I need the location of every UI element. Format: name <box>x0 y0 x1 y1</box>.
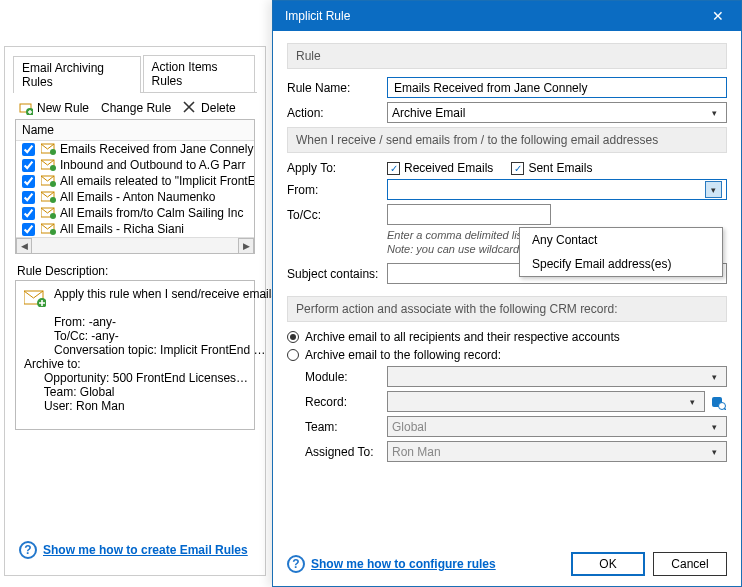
list-item[interactable]: All emails releated to "Implicit FrontEn… <box>16 173 254 189</box>
close-icon[interactable]: ✕ <box>703 8 733 24</box>
checkbox-sent[interactable]: ✓Sent Emails <box>511 161 592 175</box>
delete-button[interactable]: Delete <box>201 101 236 115</box>
description-label: Rule Description: <box>17 264 253 278</box>
section-perform: Perform action and associate with the fo… <box>287 296 727 322</box>
change-rule-button[interactable]: Change Rule <box>101 101 171 115</box>
svg-point-5 <box>50 165 56 171</box>
chevron-down-icon: ▾ <box>706 108 722 118</box>
label-assigned-to: Assigned To: <box>287 445 387 459</box>
rule-checkbox[interactable] <box>22 143 35 156</box>
new-rule-icon <box>19 101 33 115</box>
list-item[interactable]: Inbound and Outbound to A.G Parr <box>16 157 254 173</box>
envelope-icon <box>41 175 56 187</box>
check-icon: ✓ <box>387 162 400 175</box>
assigned-select[interactable]: Ron Man▾ <box>387 441 727 462</box>
module-select[interactable]: ▾ <box>387 366 727 387</box>
rule-name: All Emails from/to Calm Sailing Inc <box>60 206 243 220</box>
help-icon: ? <box>19 541 37 559</box>
label-subject: Subject contains: <box>287 267 387 281</box>
ok-button[interactable]: OK <box>571 552 645 576</box>
rule-checkbox[interactable] <box>22 175 35 188</box>
rule-name-input[interactable] <box>387 77 727 98</box>
rule-checkbox[interactable] <box>22 191 35 204</box>
section-when: When I receive / send emails from / to t… <box>287 127 727 153</box>
chevron-down-icon: ▾ <box>706 447 722 457</box>
radio-following-record[interactable]: Archive email to the following record: <box>287 348 727 362</box>
lookup-icon[interactable] <box>709 393 727 411</box>
radio-icon <box>287 349 299 361</box>
rules-list: Name Emails Received from Jane Connely I… <box>15 119 255 254</box>
scroll-right-icon[interactable]: ▶ <box>238 238 254 254</box>
from-select[interactable]: ▾ <box>387 179 727 200</box>
radio-all-recipients[interactable]: Archive email to all recipients and thei… <box>287 330 727 344</box>
dialog-titlebar[interactable]: Implicit Rule ✕ <box>273 1 741 31</box>
svg-point-3 <box>50 149 56 155</box>
label-rule-name: Rule Name: <box>287 81 387 95</box>
left-panel: Email Archiving Rules Action Items Rules… <box>4 46 266 576</box>
dropdown-item-specify-email[interactable]: Specify Email address(es) <box>520 252 722 276</box>
label-module: Module: <box>287 370 387 384</box>
help-link-configure[interactable]: Show me how to configure rules <box>311 557 496 571</box>
label-apply-to: Apply To: <box>287 161 387 175</box>
help-icon: ? <box>287 555 305 573</box>
desc-opp: Opportunity: 500 FrontEnd Licenses… <box>24 371 246 385</box>
column-header-name[interactable]: Name <box>16 120 254 141</box>
from-dropdown-popup: Any Contact Specify Email address(es) <box>519 227 723 277</box>
desc-tocc: To/Cc: -any- <box>24 329 246 343</box>
rule-checkbox[interactable] <box>22 223 35 236</box>
help-link[interactable]: Show me how to create Email Rules <box>43 543 248 557</box>
dialog-title: Implicit Rule <box>285 9 703 23</box>
horizontal-scrollbar[interactable]: ◀ ▶ <box>16 237 254 253</box>
help-link-row: ? Show me how to create Email Rules <box>19 541 248 559</box>
tab-archiving[interactable]: Email Archiving Rules <box>13 56 141 93</box>
chevron-down-icon: ▾ <box>705 181 722 198</box>
team-select[interactable]: Global▾ <box>387 416 727 437</box>
action-select[interactable]: Archive Email ▾ <box>387 102 727 123</box>
radio-icon <box>287 331 299 343</box>
list-item[interactable]: All Emails - Richa Siani <box>16 221 254 237</box>
action-value: Archive Email <box>392 106 706 120</box>
scroll-left-icon[interactable]: ◀ <box>16 238 32 254</box>
desc-from: From: -any- <box>24 315 246 329</box>
rule-name: Inbound and Outbound to A.G Parr <box>60 158 245 172</box>
desc-team: Team: Global <box>24 385 246 399</box>
list-item[interactable]: All Emails - Anton Naumenko <box>16 189 254 205</box>
label-from: From: <box>287 183 387 197</box>
dialog-footer: ? Show me how to configure rules OK Canc… <box>287 552 727 576</box>
label-record: Record: <box>287 395 387 409</box>
rule-checkbox[interactable] <box>22 207 35 220</box>
svg-point-9 <box>50 197 56 203</box>
envelope-icon <box>41 159 56 171</box>
cancel-button[interactable]: Cancel <box>653 552 727 576</box>
record-select[interactable]: ▾ <box>387 391 705 412</box>
svg-point-13 <box>50 229 56 235</box>
tocc-input[interactable] <box>387 204 551 225</box>
desc-archive: Archive to: <box>24 357 246 371</box>
new-rule-button[interactable]: New Rule <box>37 101 89 115</box>
chevron-down-icon: ▾ <box>684 397 700 407</box>
dropdown-item-any-contact[interactable]: Any Contact <box>520 228 722 252</box>
rule-name: All Emails - Richa Siani <box>60 222 184 236</box>
tab-bar: Email Archiving Rules Action Items Rules <box>13 55 257 93</box>
envelope-icon <box>24 289 46 307</box>
checkbox-received[interactable]: ✓Received Emails <box>387 161 493 175</box>
rule-checkbox[interactable] <box>22 159 35 172</box>
check-icon: ✓ <box>511 162 524 175</box>
section-rule: Rule <box>287 43 727 69</box>
radio-label: Archive email to all recipients and thei… <box>305 330 620 344</box>
description-box: Apply this rule when I send/receive emai… <box>15 280 255 430</box>
chevron-down-icon: ▾ <box>706 372 722 382</box>
assigned-value: Ron Man <box>392 445 706 459</box>
desc-apply: Apply this rule when I send/receive emai… <box>24 287 246 301</box>
rule-name: All emails releated to "Implicit FrontEn… <box>60 174 254 188</box>
rules-list-body: Emails Received from Jane Connely Inboun… <box>16 141 254 237</box>
envelope-icon <box>41 223 56 235</box>
implicit-rule-dialog: Implicit Rule ✕ Rule Rule Name: Action: … <box>272 0 742 587</box>
tab-action-items[interactable]: Action Items Rules <box>143 55 255 92</box>
list-item[interactable]: Emails Received from Jane Connely <box>16 141 254 157</box>
label-team: Team: <box>287 420 387 434</box>
team-value: Global <box>392 420 706 434</box>
list-item[interactable]: All Emails from/to Calm Sailing Inc <box>16 205 254 221</box>
svg-point-7 <box>50 181 56 187</box>
checkbox-label: Received Emails <box>404 161 493 175</box>
